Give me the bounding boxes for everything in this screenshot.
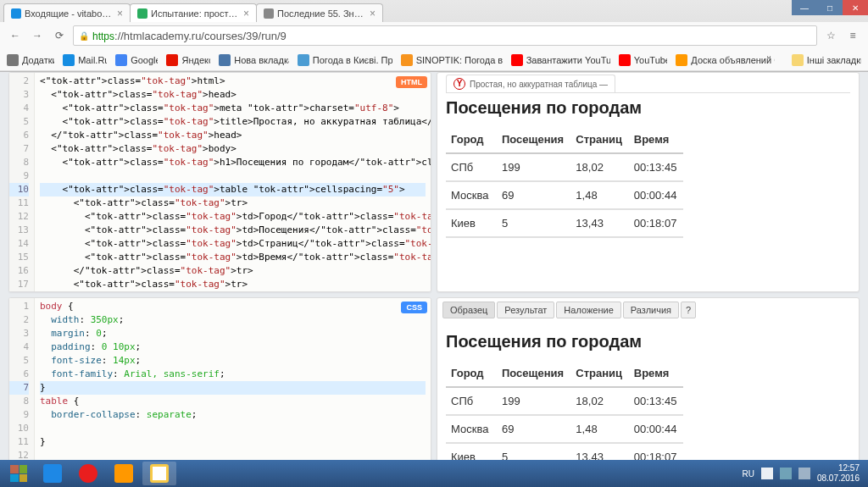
css-code-editor[interactable]: body { width: 350px; margin: 0; padding:… bbox=[35, 298, 431, 466]
url-bar[interactable]: 🔒 https://htmlacademy.ru/courses/39/run/… bbox=[73, 25, 817, 46]
table-header: Город bbox=[446, 360, 497, 388]
bookmark-item[interactable]: Завантажити YouTub bbox=[511, 54, 610, 66]
bookmark-item[interactable]: Нова вкладка bbox=[219, 54, 289, 66]
bookmark-item[interactable]: Додатки bbox=[7, 54, 54, 66]
favicon-icon bbox=[11, 8, 21, 19]
table-header: Время bbox=[629, 360, 683, 388]
preview-tab-help[interactable]: ? bbox=[681, 302, 696, 318]
preview-table: ГородПосещенияСтраницВремяСПб19918,0200:… bbox=[446, 126, 683, 238]
html-code-editor[interactable]: <"tok-attr">class="tok-tag">html> <"tok-… bbox=[35, 73, 431, 291]
start-button[interactable] bbox=[3, 462, 34, 485]
html-badge: HTML bbox=[396, 76, 427, 88]
opera-icon bbox=[79, 464, 97, 483]
table-header: Посещения bbox=[497, 360, 570, 388]
taskbar-app-ie[interactable] bbox=[36, 462, 70, 485]
tab-title: Испытание: простая, но bbox=[151, 8, 240, 19]
taskbar-app-chrome[interactable] bbox=[142, 462, 176, 485]
tray-network-icon[interactable] bbox=[780, 468, 792, 479]
favicon-icon bbox=[137, 8, 147, 19]
table-header: Посещения bbox=[497, 126, 570, 154]
youtube-icon bbox=[619, 54, 631, 66]
youtube-dl-icon bbox=[511, 54, 523, 66]
line-gutter: 2345678910111213141516171819202122232425 bbox=[9, 73, 35, 291]
minimize-button[interactable]: — bbox=[792, 0, 817, 15]
tab-strip: Входящие - vitabonbon© × Испытание: прос… bbox=[0, 0, 868, 22]
toolbar: ← → ⟳ 🔒 https://htmlacademy.ru/courses/3… bbox=[0, 22, 868, 49]
tab-close-icon[interactable]: × bbox=[370, 8, 376, 19]
bookmark-item[interactable]: Доска объявлений С bbox=[676, 54, 774, 66]
preview-panel-bottom: Образец Результат Наложение Различия ? П… bbox=[437, 297, 860, 467]
forward-button[interactable]: → bbox=[29, 27, 46, 44]
back-button[interactable]: ← bbox=[7, 27, 24, 44]
url-text: https://htmlacademy.ru/courses/39/run/9 bbox=[92, 30, 287, 42]
tab-close-icon[interactable]: × bbox=[243, 8, 249, 19]
google-icon bbox=[115, 54, 127, 66]
taskbar-app-opera[interactable] bbox=[71, 462, 105, 485]
browser-tab[interactable]: Испытание: простая, но × bbox=[130, 3, 257, 22]
maximize-button[interactable]: □ bbox=[817, 0, 843, 15]
tab-close-icon[interactable]: × bbox=[117, 8, 123, 19]
browser-tab[interactable]: Последние 55. Знакомст × bbox=[256, 3, 383, 22]
board-icon bbox=[676, 54, 687, 66]
preview-tab-result[interactable]: Результат bbox=[497, 302, 554, 318]
table-header: Город bbox=[446, 126, 497, 154]
system-tray: RU 12:57 08.07.2016 bbox=[742, 463, 865, 484]
tray-volume-icon[interactable] bbox=[798, 468, 810, 479]
table-row: Москва691,4800:00:44 bbox=[446, 416, 683, 444]
weather-icon bbox=[298, 54, 309, 66]
tab-title: Последние 55. Знакомст bbox=[277, 8, 366, 19]
preview-content: Посещения по городам ГородПосещенияСтран… bbox=[446, 98, 850, 238]
bookmarks-bar: Додатки Mail.Ru Google Яндекс Нова вклад… bbox=[0, 49, 868, 71]
preview-content: Посещения по городам ГородПосещенияСтран… bbox=[446, 332, 850, 467]
window-buttons: — □ ✕ bbox=[792, 0, 868, 15]
reload-button[interactable]: ⟳ bbox=[51, 27, 68, 44]
preview-tab-title: Простая, но аккуратная таблица — bbox=[470, 80, 608, 89]
windows-logo-icon bbox=[10, 465, 27, 482]
preview-tabbar: Образец Результат Наложение Различия ? bbox=[437, 298, 859, 322]
browser-chrome: Входящие - vitabonbon© × Испытание: прос… bbox=[0, 0, 868, 72]
table-row: СПб19918,0200:13:45 bbox=[446, 388, 683, 416]
close-button[interactable]: ✕ bbox=[843, 0, 868, 15]
preview-tab-sample[interactable]: Образец bbox=[442, 302, 495, 318]
windows-taskbar: RU 12:57 08.07.2016 bbox=[0, 460, 868, 487]
favicon-icon bbox=[264, 8, 274, 19]
sinoptik-icon bbox=[401, 54, 413, 66]
folder-icon bbox=[792, 54, 804, 66]
menu-icon[interactable]: ≡ bbox=[844, 27, 861, 44]
preview-heading: Посещения по городам bbox=[446, 98, 850, 118]
browser-tab[interactable]: Входящие - vitabonbon© × bbox=[3, 3, 131, 22]
preview-browser-tab: Y Простая, но аккуратная таблица — bbox=[446, 75, 850, 93]
css-editor-panel: CSS 1234567891011121314151617 body { wid… bbox=[8, 297, 431, 467]
css-badge: CSS bbox=[401, 302, 427, 313]
yandex-icon bbox=[166, 54, 178, 66]
yandex-logo-icon: Y bbox=[453, 78, 465, 90]
lang-indicator[interactable]: RU bbox=[742, 469, 754, 479]
taskbar-clock[interactable]: 12:57 08.07.2016 bbox=[817, 463, 860, 484]
bookmark-item[interactable]: Mail.Ru bbox=[63, 54, 107, 66]
bookmark-item[interactable]: Погода в Києві. Про bbox=[298, 54, 392, 66]
taskbar-app-media[interactable] bbox=[107, 462, 141, 485]
bookmark-item[interactable]: YouTube bbox=[619, 54, 668, 66]
bookmark-item[interactable]: SINOPTIK: Погода в К bbox=[401, 54, 503, 66]
chrome-icon bbox=[150, 464, 169, 483]
preview-table: ГородПосещенияСтраницВремяСПб19918,0200:… bbox=[446, 360, 683, 467]
preview-panel-top: Y Простая, но аккуратная таблица — Посещ… bbox=[437, 72, 860, 292]
ie-icon bbox=[43, 464, 62, 483]
preview-heading: Посещения по городам bbox=[446, 332, 850, 351]
bookmark-star-icon[interactable]: ☆ bbox=[822, 27, 839, 44]
table-header: Страниц bbox=[570, 126, 628, 154]
vk-icon bbox=[219, 54, 231, 66]
apps-icon bbox=[7, 54, 19, 66]
mailru-icon bbox=[63, 54, 75, 66]
tray-flag-icon[interactable] bbox=[761, 468, 773, 479]
preview-tab-overlay[interactable]: Наложение bbox=[556, 302, 620, 318]
lock-icon: 🔒 bbox=[79, 31, 89, 41]
bookmark-item[interactable]: Google bbox=[115, 54, 158, 66]
other-bookmarks[interactable]: Інші закладки bbox=[792, 54, 861, 66]
table-header: Страниц bbox=[570, 360, 628, 388]
bookmark-item[interactable]: Яндекс bbox=[166, 54, 210, 66]
page-content: HTML 23456789101112131415161718192021222… bbox=[0, 72, 868, 461]
preview-tab-diff[interactable]: Различия bbox=[623, 302, 679, 318]
table-header: Время bbox=[629, 126, 683, 154]
media-icon bbox=[114, 464, 133, 483]
